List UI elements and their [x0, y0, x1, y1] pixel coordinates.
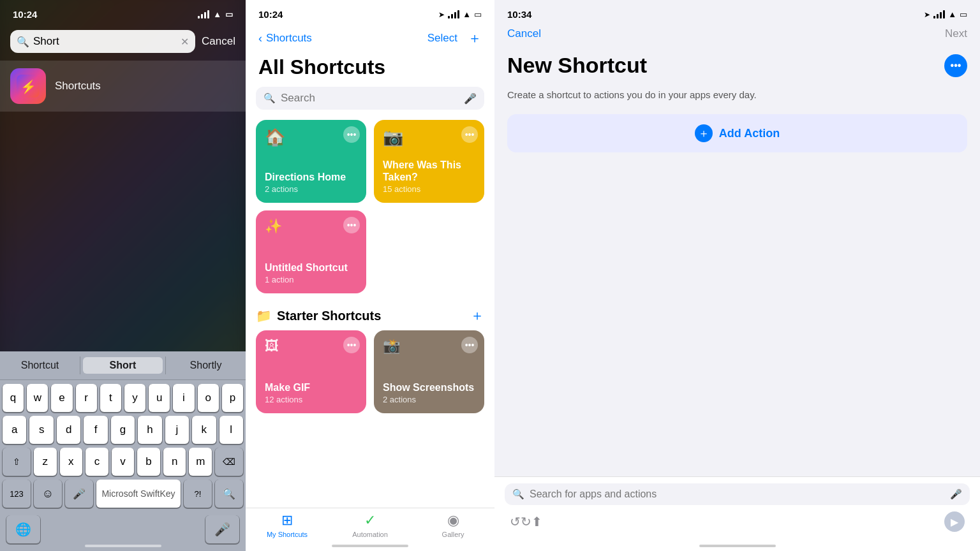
search-input[interactable] — [33, 35, 177, 48]
key-123[interactable]: 123 — [3, 480, 31, 508]
predictive-shortly[interactable]: Shortly — [166, 357, 246, 374]
folder-icon: 📁 — [256, 308, 272, 323]
key-w[interactable]: w — [27, 384, 48, 412]
add-shortcut-button[interactable]: ＋ — [468, 29, 482, 48]
options-button[interactable]: ••• — [944, 54, 967, 77]
back-button[interactable]: ‹ Shortcuts — [258, 32, 312, 45]
send-button[interactable]: ▶ — [944, 511, 965, 532]
key-space[interactable]: Microsoft SwiftKey — [96, 480, 181, 508]
search-input-wrap[interactable]: 🔍 ✕ — [10, 30, 195, 53]
key-punct[interactable]: ?! — [184, 480, 212, 508]
tab-automation[interactable]: ✓ Automation — [329, 512, 412, 538]
key-mic[interactable]: 🎤 — [65, 480, 93, 508]
undo-icon[interactable]: ↺ — [510, 514, 521, 529]
gif-icon: 🖼 — [265, 338, 279, 355]
key-q[interactable]: q — [3, 384, 24, 412]
sparkles-icon: ✨ — [265, 218, 282, 235]
starter-shortcuts-header: 📁 Starter Shortcuts ＋ — [246, 298, 494, 330]
key-f[interactable]: f — [84, 416, 107, 444]
key-x[interactable]: x — [60, 448, 83, 476]
key-c[interactable]: c — [85, 448, 108, 476]
key-g[interactable]: g — [111, 416, 135, 444]
page-title: All Shortcuts — [246, 53, 494, 87]
key-h[interactable]: h — [138, 416, 161, 444]
key-s[interactable]: s — [29, 416, 53, 444]
key-u[interactable]: u — [149, 384, 170, 412]
more-button-4[interactable]: ••• — [343, 337, 360, 353]
more-button-1[interactable]: ••• — [343, 126, 360, 143]
wifi-icon-3: ▲ — [948, 10, 956, 19]
search-apps-input[interactable] — [530, 489, 945, 500]
key-v[interactable]: v — [112, 448, 135, 476]
more-button-3[interactable]: ••• — [343, 217, 360, 233]
predictive-short[interactable]: Short — [83, 357, 163, 374]
shortcut-actions-2: 15 actions — [383, 184, 475, 194]
key-n[interactable]: n — [163, 448, 186, 476]
key-p[interactable]: p — [222, 384, 243, 412]
predictive-shortcut[interactable]: Shortcut — [0, 357, 80, 374]
shortcuts-app-icon: ⚡ — [10, 68, 46, 104]
cancel-button[interactable]: Cancel — [202, 35, 235, 48]
next-button: Next — [945, 27, 967, 40]
signal-icon-3 — [933, 11, 945, 18]
automation-tab-icon: ✓ — [364, 512, 376, 529]
select-button[interactable]: Select — [427, 32, 457, 45]
mic-icon-3[interactable]: 🎤 — [950, 489, 962, 500]
more-button-5[interactable]: ••• — [461, 337, 478, 353]
predictive-bar: Shortcut Short Shortly — [0, 351, 246, 380]
key-y[interactable]: y — [124, 384, 145, 412]
title-area: New Shortcut ••• — [494, 45, 980, 83]
add-action-button[interactable]: ＋ Add Action — [507, 114, 967, 152]
shortcut-show-screenshots[interactable]: 📸 ••• Show Screenshots 2 actions — [374, 330, 484, 413]
status-icons: ▲ ▭ — [198, 10, 233, 19]
shortcut-where-was-taken[interactable]: 📷 ••• Where Was This Taken? 15 actions — [374, 120, 484, 203]
shortcut-name-2: Where Was This Taken? — [383, 159, 475, 183]
key-i[interactable]: i — [173, 384, 194, 412]
shortcut-directions-home[interactable]: 🏠 ••• Directions Home 2 actions — [256, 120, 366, 203]
shortcuts-search-result[interactable]: ⚡ Shortcuts — [0, 61, 246, 112]
apps-actions-search[interactable]: 🔍 🎤 — [505, 483, 970, 505]
back-label: Shortcuts — [266, 32, 312, 45]
key-globe[interactable]: 🌐 — [6, 515, 40, 543]
key-b[interactable]: b — [137, 448, 160, 476]
key-k[interactable]: k — [192, 416, 216, 444]
key-t[interactable]: t — [100, 384, 121, 412]
key-e[interactable]: e — [51, 384, 72, 412]
new-shortcut-screen: 10:34 ➤ ▲ ▭ Cancel Next New Shortcut •••… — [494, 0, 980, 551]
shortcut-make-gif[interactable]: 🖼 ••• Make GIF 12 actions — [256, 330, 366, 413]
key-z[interactable]: z — [34, 448, 57, 476]
key-r[interactable]: r — [76, 384, 97, 412]
key-d[interactable]: d — [57, 416, 80, 444]
tab-gallery[interactable]: ◉ Gallery — [412, 512, 494, 538]
tab-my-shortcuts[interactable]: ⊞ My Shortcuts — [246, 512, 329, 538]
new-shortcut-title: New Shortcut — [507, 53, 647, 78]
key-emoji[interactable]: ☺ — [34, 480, 62, 508]
share-icon[interactable]: ⬆ — [531, 514, 542, 529]
section-header-left: 📁 Starter Shortcuts — [256, 308, 381, 323]
redo-icon[interactable]: ↻ — [521, 514, 531, 529]
key-j[interactable]: j — [165, 416, 189, 444]
key-delete[interactable]: ⌫ — [215, 448, 243, 476]
add-starter-button[interactable]: ＋ — [470, 306, 484, 325]
key-o[interactable]: o — [198, 384, 219, 412]
search-input-2[interactable] — [281, 92, 459, 105]
status-bar-3: 10:34 ➤ ▲ ▭ — [494, 0, 980, 25]
shortcut-untitled[interactable]: ✨ ••• Untitled Shortcut 1 action — [256, 210, 366, 293]
cancel-button-3[interactable]: Cancel — [507, 27, 541, 40]
clear-icon[interactable]: ✕ — [181, 36, 189, 48]
my-shortcuts-grid: 🏠 ••• Directions Home 2 actions 📷 ••• Wh… — [246, 120, 494, 293]
key-search[interactable]: 🔍 — [215, 480, 243, 508]
nav-bar-2: ‹ Shortcuts Select ＋ — [246, 25, 494, 53]
status-time-3: 10:34 — [507, 9, 531, 20]
keyboard-rows: q w e r t y u i o p a s d f g h j k l — [0, 380, 246, 508]
signal-icon — [198, 11, 209, 18]
more-button-2[interactable]: ••• — [461, 126, 478, 143]
key-a[interactable]: a — [3, 416, 26, 444]
key-m[interactable]: m — [189, 448, 212, 476]
wifi-icon: ▲ — [213, 10, 221, 19]
search-bar[interactable]: 🔍 🎤 — [256, 87, 484, 110]
key-mic-bottom[interactable]: 🎤 — [205, 515, 239, 543]
key-shift[interactable]: ⇧ — [3, 448, 31, 476]
mic-icon[interactable]: 🎤 — [464, 92, 477, 105]
key-l[interactable]: l — [219, 416, 243, 444]
